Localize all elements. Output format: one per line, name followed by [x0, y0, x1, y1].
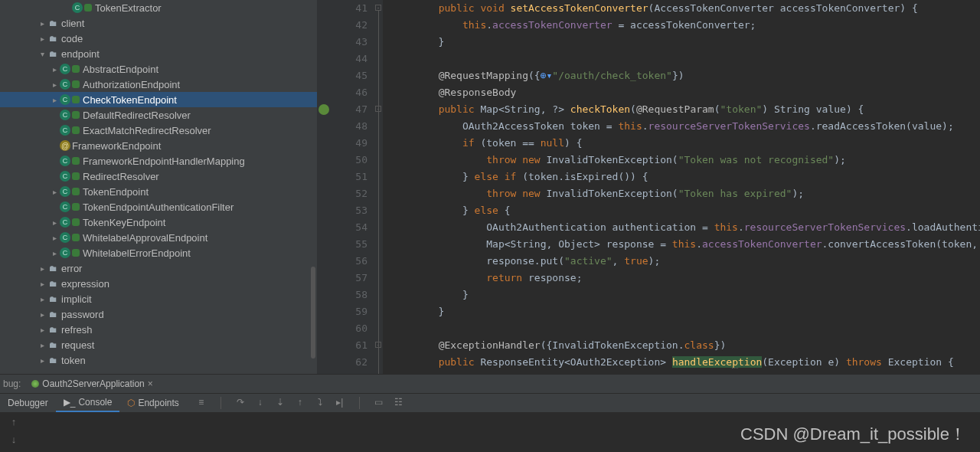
- tree-item-error[interactable]: ▸🖿error: [0, 260, 317, 276]
- code-line[interactable]: @ExceptionHandler({InvalidTokenException…: [390, 337, 980, 354]
- chevron-right-icon[interactable]: ▸: [37, 280, 47, 288]
- chevron-right-icon[interactable]: ▸: [37, 19, 47, 28]
- chevron-right-icon[interactable]: ▸: [49, 218, 60, 227]
- chevron-right-icon[interactable]: ▸: [49, 234, 60, 242]
- endpoint-marker-icon[interactable]: [318, 104, 329, 115]
- code-line[interactable]: public ResponseEntity<OAuth2Exception> h…: [390, 354, 980, 371]
- code-line[interactable]: } else {: [390, 202, 980, 219]
- step-over-icon[interactable]: ↷: [235, 397, 246, 409]
- class-icon: C: [60, 232, 70, 243]
- line-number: 60: [331, 320, 368, 337]
- chevron-right-icon[interactable]: ▸: [37, 310, 47, 319]
- run-to-cursor-icon[interactable]: ▸|: [335, 397, 345, 409]
- tree-item-whitelabelapprovalendpoint[interactable]: ▸CWhitelabelApprovalEndpoint: [0, 230, 317, 245]
- chevron-right-icon[interactable]: ▸: [49, 80, 60, 89]
- chevron-right-icon[interactable]: ▸: [37, 34, 47, 43]
- tree-item-request[interactable]: ▸🖿request: [0, 337, 317, 352]
- tree-item-whitelabelerrorendpoint[interactable]: ▸CWhitelabelErrorEndpoint: [0, 245, 317, 260]
- tree-item-implicit[interactable]: ▸🖿implicit: [0, 291, 317, 306]
- chevron-right-icon[interactable]: ▸: [49, 96, 60, 104]
- code-line[interactable]: Map<String, Object> response = this.acce…: [390, 236, 980, 253]
- code-line[interactable]: public Map<String, ?> checkToken(@Reques…: [390, 101, 980, 118]
- code-line[interactable]: @RequestMapping({⊕▾"/oauth/check_token"}…: [390, 67, 980, 84]
- tree-item-frameworkendpointhandlermapping[interactable]: ▸CFrameworkEndpointHandlerMapping: [0, 153, 317, 169]
- code-line[interactable]: if (token == null) {: [390, 135, 980, 152]
- scroll-down-icon[interactable]: ↓: [11, 434, 17, 445]
- annotation-icon: @: [60, 140, 70, 151]
- chevron-right-icon[interactable]: ▸: [49, 249, 60, 257]
- tree-item-exactmatchredirectresolver[interactable]: ▸CExactMatchRedirectResolver: [0, 123, 317, 138]
- bean-indicator-icon: [72, 172, 80, 180]
- code-line[interactable]: response.put("active", true);: [390, 253, 980, 270]
- tree-item-code[interactable]: ▸🖿code: [0, 31, 317, 46]
- chevron-right-icon[interactable]: ▸: [49, 188, 60, 196]
- tree-item-password[interactable]: ▸🖿password: [0, 306, 317, 322]
- code-line[interactable]: public void setAccessTokenConverter(Acce…: [390, 0, 980, 17]
- tree-item-label: refresh: [61, 324, 92, 336]
- tree-item-tokenextractor[interactable]: ▸CTokenExtractor: [0, 0, 317, 15]
- tree-item-tokenendpoint[interactable]: ▸CTokenEndpoint: [0, 184, 317, 199]
- chevron-right-icon[interactable]: ▸: [37, 295, 47, 303]
- project-tree[interactable]: ▸CTokenExtractor▸🖿client▸🖿code▾🖿endpoint…: [0, 0, 317, 374]
- code-line[interactable]: this.accessTokenConverter = accessTokenC…: [390, 17, 980, 34]
- code-line[interactable]: OAuth2Authentication authentication = th…: [390, 219, 980, 236]
- settings-icon[interactable]: ☷: [394, 397, 404, 409]
- code-editor[interactable]: 4142434445464748495051525354555657585960…: [317, 0, 980, 374]
- bean-indicator-icon: [72, 126, 80, 134]
- code-line[interactable]: }: [390, 34, 980, 51]
- step-out-icon[interactable]: ↑: [295, 397, 305, 409]
- code-line[interactable]: }: [390, 287, 980, 303]
- chevron-right-icon[interactable]: ▸: [49, 65, 60, 74]
- fold-bar[interactable]: ---: [374, 0, 383, 374]
- bean-indicator-icon: [72, 203, 80, 211]
- code-line[interactable]: [390, 51, 980, 67]
- tree-item-redirectresolver[interactable]: ▸CRedirectResolver: [0, 169, 317, 184]
- code-line[interactable]: }: [390, 303, 980, 320]
- tree-item-endpoint[interactable]: ▾🖿endpoint: [0, 46, 317, 61]
- chevron-right-icon[interactable]: ▸: [37, 326, 47, 334]
- scroll-up-icon[interactable]: ↑: [11, 416, 17, 427]
- code-line[interactable]: [390, 320, 980, 337]
- tree-item-abstractendpoint[interactable]: ▸CAbstractEndpoint: [0, 61, 317, 77]
- tree-item-defaultredirectresolver[interactable]: ▸CDefaultRedirectResolver: [0, 107, 317, 123]
- close-icon[interactable]: ×: [148, 378, 153, 389]
- line-number: 62: [331, 354, 368, 371]
- tree-item-refresh[interactable]: ▸🖿refresh: [0, 322, 317, 337]
- tab-debugger[interactable]: Debugger: [0, 395, 56, 411]
- tab-console[interactable]: ▶_ Console: [56, 394, 120, 412]
- tab-endpoints[interactable]: ⬡ Endpoints: [119, 395, 186, 411]
- layout-icon[interactable]: ▭: [374, 397, 384, 409]
- toolbar-icons: ≡ ↷ ↓ ⇣ ↑ ⤵ ▸| ▭ ☷: [196, 397, 404, 409]
- tree-item-expression[interactable]: ▸🖿expression: [0, 276, 317, 291]
- code-line[interactable]: throw new InvalidTokenException("Token w…: [390, 152, 980, 169]
- tree-item-label: TokenEndpointAuthenticationFilter: [83, 201, 234, 213]
- drop-frame-icon[interactable]: ⤵: [315, 397, 325, 409]
- bean-indicator-icon: [72, 218, 80, 226]
- run-config-tab[interactable]: Oauth2ServerApplication ×: [28, 377, 155, 391]
- code-line[interactable]: } else if (token.isExpired()) {: [390, 169, 980, 185]
- force-step-into-icon[interactable]: ⇣: [275, 397, 286, 409]
- tree-item-tokenendpointauthenticationfilter[interactable]: ▸CTokenEndpointAuthenticationFilter: [0, 199, 317, 215]
- chevron-right-icon[interactable]: ▸: [37, 356, 47, 365]
- chevron-right-icon[interactable]: ▸: [37, 264, 47, 273]
- code-line[interactable]: throw new InvalidTokenException("Token h…: [390, 185, 980, 202]
- tree-item-token[interactable]: ▸🖿token: [0, 352, 317, 368]
- step-into-icon[interactable]: ↓: [255, 397, 266, 409]
- code-area[interactable]: public void setAccessTokenConverter(Acce…: [383, 0, 980, 374]
- tree-item-checktokenendpoint[interactable]: ▸CCheckTokenEndpoint: [0, 92, 317, 107]
- console-output[interactable]: CSDN @Dream_it_possible！: [28, 413, 980, 452]
- tree-item-client[interactable]: ▸🖿client: [0, 15, 317, 31]
- tree-item-authorizationendpoint[interactable]: ▸CAuthorizationEndpoint: [0, 77, 317, 92]
- line-gutter: 4142434445464748495051525354555657585960…: [331, 0, 374, 374]
- sidebar-scrollbar[interactable]: [311, 267, 315, 359]
- chevron-down-icon[interactable]: ▾: [37, 50, 47, 58]
- folder-icon: 🖿: [47, 355, 58, 365]
- fold-toggle-icon[interactable]: -: [375, 5, 381, 11]
- code-line[interactable]: return response;: [390, 270, 980, 287]
- tree-item-tokenkeyendpoint[interactable]: ▸CTokenKeyEndpoint: [0, 215, 317, 230]
- code-line[interactable]: OAuth2AccessToken token = this.resourceS…: [390, 118, 980, 135]
- list-icon[interactable]: ≡: [196, 397, 207, 409]
- chevron-right-icon[interactable]: ▸: [37, 341, 47, 349]
- tree-item-frameworkendpoint[interactable]: ▸@FrameworkEndpoint: [0, 138, 317, 153]
- code-line[interactable]: @ResponseBody: [390, 84, 980, 101]
